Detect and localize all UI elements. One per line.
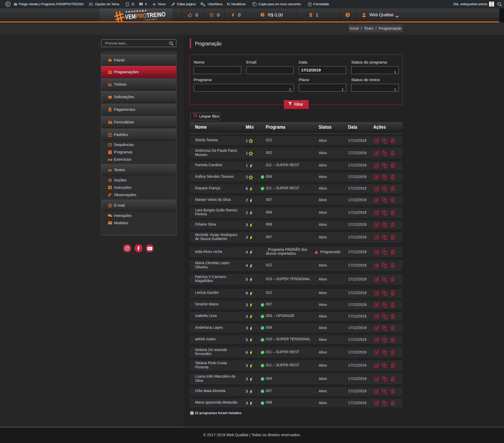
svg-text:$: $: [262, 13, 263, 16]
svg-text:$: $: [109, 108, 111, 111]
